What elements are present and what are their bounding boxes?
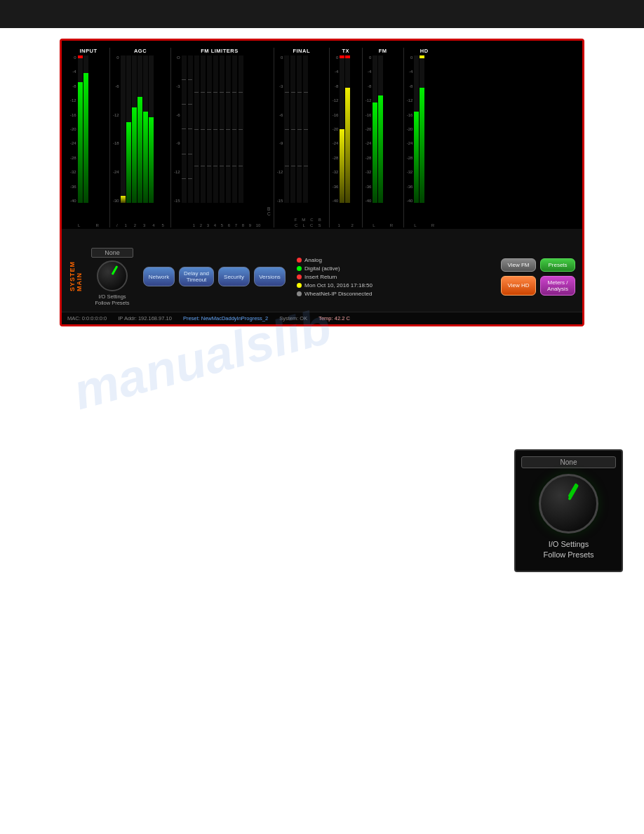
bar-agc-4: [143, 55, 148, 203]
view-hd-button[interactable]: View HD: [501, 276, 536, 296]
divider-1: [109, 48, 110, 227]
chan-labels-fml: 12345678910: [174, 223, 265, 227]
chan-labels-hd: LR: [407, 223, 442, 227]
io-settings-knob[interactable]: [97, 260, 128, 291]
versions-button[interactable]: Versions: [254, 267, 286, 286]
divider-2: [170, 48, 171, 227]
zoomed-knob-container: [539, 474, 598, 534]
meter-label-hd: HD: [407, 48, 442, 54]
security-button[interactable]: Security: [218, 267, 250, 286]
meter-label-final: FINAL: [277, 48, 326, 54]
zoomed-widget: None I/O Settings Follow Presets: [514, 449, 623, 572]
bar-agc-3: [137, 55, 142, 203]
zoomed-knob[interactable]: [539, 474, 598, 534]
dot-wheatnet: [297, 291, 302, 296]
meter-group-agc: AGC 0-6-12-18-24-30: [113, 48, 168, 227]
bar-agc-0: [121, 55, 126, 203]
divider-6: [403, 48, 404, 227]
network-button[interactable]: Network: [143, 267, 175, 286]
meter-label-fm: FM: [365, 48, 401, 54]
zoomed-label: I/O Settings Follow Presets: [543, 539, 593, 561]
chan-labels-final: FMCB: [277, 218, 326, 222]
bar-tx-2: [345, 55, 350, 203]
status-insert: Insert Return: [297, 274, 373, 280]
zoomed-label2: Follow Presets: [543, 550, 593, 559]
label-wheatnet: WheatNet-IP Disconnected: [304, 291, 372, 297]
bars-input: [78, 55, 88, 203]
scale-tx: 0-4-8-12-16-20-24-28-32-36-40: [333, 55, 340, 203]
bar-hd-L: [414, 55, 419, 203]
status-ip: IP Addr: 192.168.97.10: [118, 315, 172, 322]
bars-tx: [340, 55, 350, 203]
bar-fml-8: [226, 55, 231, 203]
meter-group-hd: HD 0-4-8-12-16-20-24-28-32-36-40: [407, 48, 442, 227]
divider-3: [274, 48, 274, 227]
scale-fm: 0-4-8-12-16-20-24-28-32-36-40: [365, 55, 373, 203]
preset-dropdown[interactable]: None: [91, 248, 133, 258]
delay-timeout-button[interactable]: Delay andTimeout: [179, 267, 214, 286]
bar-fml-7: [220, 55, 224, 203]
dot-datetime: [297, 283, 302, 288]
bar-input-R: [83, 55, 88, 203]
bar-fml-1: [182, 55, 187, 203]
chan-labels-agc: /12345: [113, 223, 168, 227]
status-wheatnet: WheatNet-IP Disconnected: [297, 291, 373, 297]
bar-agc-5: [149, 55, 154, 203]
bars-agc: [121, 55, 154, 203]
device-status-bar: MAC: 0:0:0:0:0:0 IP Addr: 192.168.97.10 …: [62, 312, 582, 324]
status-temp: Temp: 42.2 C: [318, 315, 350, 322]
zoomed-dropdown[interactable]: None: [521, 456, 616, 468]
bars-fm: [373, 55, 383, 203]
bar-agc-1: [126, 55, 131, 203]
zoomed-label1: I/O Settings: [549, 540, 589, 548]
meter-label-tx: TX: [333, 48, 359, 54]
divider-5: [362, 48, 363, 227]
label-digital: Digital (active): [304, 265, 340, 272]
nav-buttons: Network Delay andTimeout Security Versio…: [143, 267, 286, 286]
status-mac: MAC: 0:0:0:0:0:0: [67, 315, 107, 322]
bar-fml-4: [201, 55, 206, 203]
bar-fml-5: [207, 55, 212, 203]
bar-fml-2: [188, 55, 193, 203]
bottom-section: SYSTEMMAIN None I/O SettingsFollow Prese…: [62, 229, 582, 324]
meters-section: INPUT 0-4-8-12-16-20-24-28-32-36-40: [62, 41, 582, 230]
meters-grid: INPUT 0-4-8-12-16-20-24-28-32-36-40: [67, 45, 577, 227]
meter-group-fm-limiters: FM LIMITERS O-3-6-9-12-15: [174, 48, 265, 227]
dot-digital: [297, 266, 302, 271]
divider-4: [329, 48, 330, 227]
device-panel: INPUT 0-4-8-12-16-20-24-28-32-36-40: [60, 39, 584, 326]
bar-input-L: [78, 55, 83, 203]
meter-group-fm: FM 0-4-8-12-16-20-24-28-32-36-40: [365, 48, 401, 227]
system-main-label: SYSTEMMAIN: [69, 261, 83, 291]
view-fm-button[interactable]: View FM: [501, 258, 536, 272]
presets-button[interactable]: Presets: [540, 258, 575, 272]
bar-final-2: [290, 55, 295, 203]
bc-label: B C: [267, 48, 271, 227]
meter-label-agc: AGC: [113, 48, 168, 54]
bar-agc-2: [132, 55, 137, 203]
status-indicators: Analog Digital (active) Insert Return Mo…: [297, 257, 373, 297]
status-datetime: Mon Oct 10, 2016 17:18:50: [297, 282, 373, 289]
meter-group-input: INPUT 0-4-8-12-16-20-24-28-32-36-40: [70, 48, 107, 227]
bar-final-1: [284, 55, 289, 203]
scale-final: 0-3-6-9-12-15: [277, 55, 284, 203]
status-analog: Analog: [297, 257, 373, 263]
meter-group-final: FINAL 0-3-6-9-12-15: [277, 48, 326, 227]
knob-container: I/O SettingsFollow Presets: [95, 260, 129, 306]
status-preset: Preset: NewMacDaddyInProgress_2: [183, 315, 268, 322]
meter-label-fm-limiters: FM LIMITERS: [174, 48, 265, 54]
bar-final-4: [303, 55, 308, 203]
meter-group-tx: TX 0-4-8-12-16-20-24-28-32-36-40: [333, 48, 359, 227]
status-digital: Digital (active): [297, 265, 373, 272]
bars-final: [284, 55, 308, 203]
dot-analog: [297, 258, 302, 263]
meters-analysis-button[interactable]: Meters /Analysis: [540, 276, 575, 296]
knob-label: I/O SettingsFollow Presets: [95, 293, 129, 306]
right-buttons-row-2: View HD Meters /Analysis: [501, 276, 575, 296]
bar-fml-10: [239, 55, 243, 203]
chan-labels-fm: LR: [365, 223, 401, 227]
bar-fml-9: [232, 55, 237, 203]
scale-hd: 0-4-8-12-16-20-24-28-32-36-40: [407, 55, 414, 203]
bar-hd-R: [420, 55, 424, 203]
status-system: System: OK: [279, 315, 307, 322]
